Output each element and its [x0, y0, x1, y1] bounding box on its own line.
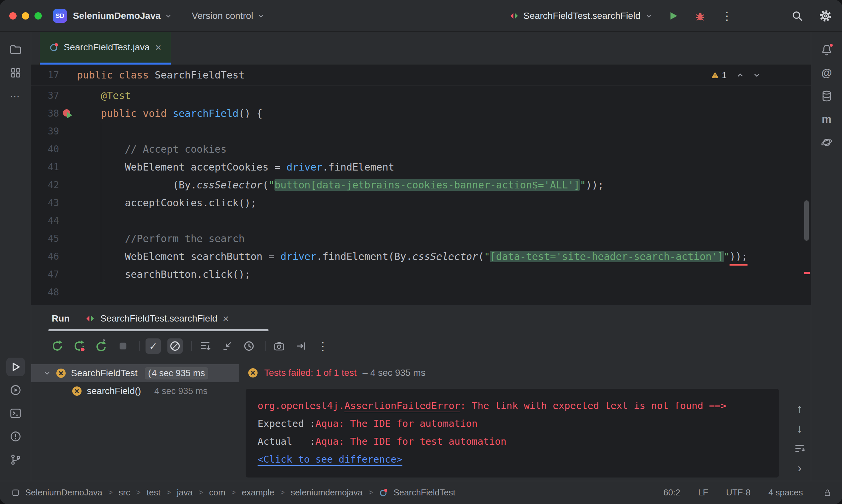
breadcrumb-item[interactable]: com — [209, 487, 225, 498]
test-tree-row-method[interactable]: searchField() 4 sec 935 ms — [31, 382, 239, 400]
breadcrumb-item[interactable]: test — [147, 487, 160, 498]
line-number[interactable]: 46 — [31, 248, 59, 266]
code-line[interactable]: 43acceptCookies.click(); — [31, 194, 811, 212]
exception-class-link[interactable]: AssertionFailedError — [344, 400, 460, 411]
services-toolwindow-button[interactable] — [6, 381, 25, 399]
close-run-tab-button[interactable]: × — [223, 313, 229, 324]
breadcrumb-item[interactable]: seleniumdemojava — [291, 487, 363, 498]
line-number[interactable]: 37 — [31, 87, 59, 105]
code-line[interactable]: 37@Test — [31, 87, 811, 105]
line-number[interactable]: 48 — [31, 284, 59, 301]
sort-by-duration-button[interactable] — [241, 338, 257, 354]
settings-button[interactable] — [819, 9, 832, 22]
run-config-selector[interactable]: SearchFieldTest.searchField — [510, 11, 652, 21]
expand-all-button[interactable] — [197, 338, 213, 354]
code-line[interactable]: 45//Perform the search — [31, 230, 811, 248]
show-passed-button[interactable]: ✓ — [145, 338, 161, 354]
run-tab-scrollbar[interactable] — [48, 329, 269, 331]
toggle-auto-test-button[interactable] — [93, 338, 109, 354]
line-separator[interactable]: LF — [698, 487, 708, 498]
previous-occurrence-button[interactable]: ↑ — [796, 403, 803, 415]
notifications-button[interactable] — [818, 40, 836, 59]
problems-toolwindow-button[interactable] — [6, 427, 25, 446]
line-number[interactable]: 39 — [31, 123, 59, 140]
line-number[interactable]: 45 — [31, 230, 59, 248]
stop-button[interactable] — [115, 338, 131, 354]
code-token: () { — [239, 108, 262, 119]
maven-button[interactable]: m — [818, 110, 836, 128]
run-toolwindow: Run SearchFieldTest.searchField × — [31, 305, 811, 481]
editor-scrollbar[interactable] — [804, 200, 809, 241]
file-encoding[interactable]: UTF-8 — [726, 487, 751, 498]
next-problem-button[interactable] — [753, 71, 761, 79]
line-number[interactable]: 41 — [31, 158, 59, 176]
expand-console-button[interactable]: › — [797, 462, 802, 474]
git-branch-icon — [9, 453, 22, 466]
run-toolwindow-button[interactable] — [6, 358, 25, 376]
code-token: )); — [586, 179, 604, 191]
vcs-widget[interactable]: Version control — [192, 11, 264, 21]
line-number[interactable]: 40 — [31, 140, 59, 158]
previous-problem-button[interactable] — [736, 71, 744, 79]
code-line[interactable]: 38public void searchField() { — [31, 105, 811, 123]
more-toolbar-actions-button[interactable]: ⋮ — [315, 338, 330, 354]
caret-position[interactable]: 60:2 — [663, 487, 680, 498]
breadcrumb-item[interactable]: src — [119, 487, 130, 498]
line-number[interactable]: 43 — [31, 194, 59, 212]
line-number[interactable]: 38 — [31, 105, 59, 123]
console-output[interactable]: org.opentest4j.AssertionFailedError: The… — [246, 389, 779, 478]
code-line[interactable]: 46WebElement searchButton = driver.findE… — [31, 248, 811, 266]
breadcrumb-item[interactable]: SeleniumDemoJava — [25, 487, 102, 498]
more-toolwindows-button[interactable]: ⋯ — [6, 87, 25, 105]
screenshot-button[interactable] — [272, 338, 287, 354]
warnings-indicator[interactable]: 1 — [711, 70, 727, 80]
test-tree-row-class[interactable]: SearchFieldTest (4 sec 935 ms — [31, 364, 239, 382]
see-difference-link[interactable]: <Click to see difference> — [258, 454, 402, 465]
run-button[interactable] — [668, 10, 679, 21]
code-line[interactable]: 47searchButton.click(); — [31, 266, 811, 284]
more-actions-button[interactable]: ⋮ — [721, 10, 733, 21]
soft-wrap-button[interactable] — [794, 443, 806, 454]
error-stripe-mark[interactable] — [804, 272, 810, 274]
close-window-button[interactable] — [9, 12, 17, 20]
structure-toolwindow-button[interactable] — [6, 64, 25, 82]
show-ignored-button[interactable] — [167, 338, 183, 354]
indent-style[interactable]: 4 spaces — [769, 487, 803, 498]
gutter — [59, 176, 77, 194]
code-line[interactable]: 41WebElement acceptCookies = driver.find… — [31, 158, 811, 176]
project-toolwindow-button[interactable] — [6, 40, 25, 59]
close-tab-button[interactable]: × — [155, 42, 161, 53]
code-line[interactable]: 39 — [31, 123, 811, 140]
tab-searchfieldtest-java[interactable]: SearchFieldTest.java × — [40, 32, 171, 65]
debug-button[interactable] — [694, 10, 706, 22]
minimize-window-button[interactable] — [22, 12, 29, 20]
export-test-results-button[interactable] — [293, 338, 309, 354]
code-line[interactable]: 42(By.cssSelector("button[data-jetbrains… — [31, 176, 811, 194]
breadcrumb-item[interactable]: SearchFieldTest — [394, 487, 455, 498]
ai-assistant-button[interactable]: @ — [818, 64, 836, 82]
code-editor[interactable]: 17 public class SearchFieldTest 1 — [31, 65, 811, 305]
line-number[interactable]: 42 — [31, 176, 59, 194]
line-number[interactable]: 44 — [31, 212, 59, 230]
database-button[interactable] — [818, 87, 836, 105]
next-occurrence-button[interactable]: ↓ — [796, 422, 803, 434]
rerun-failed-test-gutter-icon[interactable] — [63, 109, 73, 119]
sticky-header-line[interactable]: 17 public class SearchFieldTest 1 — [31, 65, 811, 86]
rerun-failed-tests-button[interactable] — [72, 338, 87, 354]
code-line[interactable]: 40// Accept cookies — [31, 140, 811, 158]
zoom-window-button[interactable] — [34, 12, 42, 20]
version-control-toolwindow-button[interactable] — [6, 450, 25, 469]
run-tab[interactable]: SearchFieldTest.searchField × — [86, 313, 229, 324]
code-line[interactable]: 44 — [31, 212, 811, 230]
search-everywhere-button[interactable] — [791, 10, 804, 22]
write-access-icon[interactable] — [823, 488, 832, 497]
collapse-all-button[interactable] — [220, 338, 235, 354]
breadcrumb-item[interactable]: example — [242, 487, 274, 498]
endpoints-button[interactable] — [818, 133, 836, 152]
line-number[interactable]: 47 — [31, 266, 59, 284]
terminal-toolwindow-button[interactable] — [6, 404, 25, 422]
breadcrumb-item[interactable]: java — [177, 487, 193, 498]
project-widget[interactable]: SeleniumDemoJava — [73, 11, 172, 21]
code-line[interactable]: 48 — [31, 284, 811, 301]
rerun-button[interactable] — [50, 338, 65, 354]
